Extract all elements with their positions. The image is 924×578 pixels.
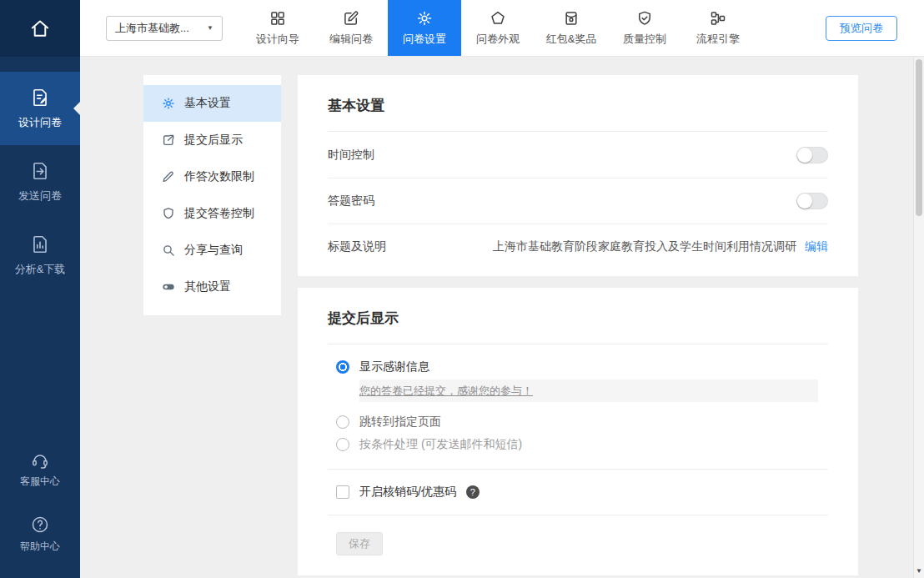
scrollbar-thumb[interactable]: [916, 59, 922, 216]
pentagon-icon: [490, 10, 506, 27]
radio-unselected-icon[interactable]: [336, 438, 349, 451]
settings-menu-label: 提交后显示: [184, 133, 243, 148]
sidebar-nav: 设计问卷 发送问卷 分析&下载: [0, 72, 80, 292]
time-control-row: 时间控制: [328, 132, 828, 178]
row-label: 答题密码: [328, 194, 374, 209]
survey-selector-value: 上海市基础教...: [115, 21, 189, 36]
sidebar-item-label: 分析&下载: [15, 262, 66, 277]
settings-menu-item-after-submit[interactable]: 提交后显示: [143, 122, 281, 158]
option-show-thanks[interactable]: 显示感谢信息: [336, 354, 828, 379]
edit-icon: [343, 10, 359, 27]
option-label: 按条件处理 (可发送邮件和短信): [359, 437, 522, 452]
settings-menu-item-share-query[interactable]: 分享与查询: [143, 232, 281, 269]
share-icon: [162, 133, 175, 147]
tab-redpacket-prizes[interactable]: 红包&奖品: [535, 0, 608, 56]
send-survey-icon: [29, 160, 51, 182]
sidebar-item-analyze-download[interactable]: 分析&下载: [0, 219, 80, 292]
radio-unselected-icon[interactable]: [336, 415, 349, 429]
analyze-download-icon: [29, 234, 51, 255]
settings-menu-item-basic[interactable]: 基本设置: [143, 85, 281, 122]
settings-menu-item-answer-limit[interactable]: 作答次数限制: [143, 158, 281, 195]
tab-survey-settings[interactable]: 问卷设置: [388, 0, 461, 56]
chevron-down-icon: ▼: [207, 24, 213, 32]
top-navigation: 设计向导 编辑问卷 问卷设置: [241, 0, 755, 56]
vertical-scrollbar[interactable]: ▼: [913, 58, 924, 578]
title-description-row: 标题及说明 上海市基础教育阶段家庭教育投入及学生时间利用情况调研 编辑: [328, 224, 828, 269]
basic-settings-card: 基本设置 时间控制 答题密码 标题及说明 上海市基础教育阶段家庭教育投入及学生时…: [298, 75, 858, 276]
tab-edit-survey[interactable]: 编辑问卷: [314, 0, 388, 56]
radio-selected-icon[interactable]: [336, 360, 349, 374]
tab-label: 流程引擎: [696, 32, 740, 47]
settings-menu-label: 作答次数限制: [184, 169, 254, 184]
survey-title-text: 上海市基础教育阶段家庭教育投入及学生时间利用情况调研: [493, 239, 796, 254]
sidebar-bottom: 客服中心 帮助中心: [0, 436, 80, 566]
option-label: 显示感谢信息: [359, 359, 429, 374]
content-area: 基本设置 提交后显示 作答次数限制: [80, 58, 913, 578]
preview-button[interactable]: 预览问卷: [826, 16, 897, 41]
home-button[interactable]: [0, 0, 80, 57]
row-label: 标题及说明: [328, 239, 386, 254]
save-button[interactable]: 保存: [336, 532, 383, 555]
option-label: 跳转到指定页面: [359, 415, 441, 430]
sidebar-item-label: 客服中心: [20, 475, 60, 489]
thanks-message-bar[interactable]: 您的答卷已经提交，感谢您的参与！: [359, 379, 818, 402]
save-area: 保存: [328, 515, 828, 575]
answer-password-toggle[interactable]: [796, 193, 828, 209]
flow-icon: [710, 10, 726, 27]
sidebar-item-send-survey[interactable]: 发送问卷: [0, 145, 80, 219]
tab-design-wizard[interactable]: 设计向导: [241, 0, 314, 56]
headset-icon: [30, 450, 50, 470]
search-icon: [162, 244, 175, 257]
settings-menu-label: 基本设置: [184, 96, 231, 111]
coupon-code-row: 开启核销码/优惠码 ?: [328, 469, 828, 515]
coupon-checkbox[interactable]: [336, 485, 349, 499]
after-submit-options: 显示感谢信息 您的答卷已经提交，感谢您的参与！ 跳转到指定页面 按条件处理 (可…: [328, 344, 828, 469]
shield-check-icon: [636, 10, 653, 27]
tab-survey-appearance[interactable]: 问卷外观: [461, 0, 535, 56]
home-icon: [29, 18, 51, 39]
edit-title-link[interactable]: 编辑: [805, 239, 828, 254]
survey-selector[interactable]: 上海市基础教... ▼: [106, 16, 223, 41]
coupon-checkbox-label: 开启核销码/优惠码: [359, 485, 456, 500]
topbar: 上海市基础教... ▼ 设计向导: [80, 0, 924, 57]
tab-label: 质量控制: [623, 32, 666, 47]
gear-icon: [416, 10, 433, 27]
thanks-message-text[interactable]: 您的答卷已经提交，感谢您的参与！: [359, 384, 533, 397]
tab-label: 编辑问卷: [329, 32, 373, 47]
answer-password-row: 答题密码: [328, 178, 828, 224]
section-title-basic: 基本设置: [328, 75, 828, 132]
question-circle-icon: [30, 515, 50, 535]
tab-quality-control[interactable]: 质量控制: [608, 0, 681, 56]
tab-label: 问卷设置: [403, 32, 446, 47]
tab-label: 设计向导: [256, 32, 299, 47]
gear-icon: [162, 97, 175, 110]
settings-menu-item-other[interactable]: 其他设置: [143, 269, 281, 305]
section-title-after-submit: 提交后显示: [328, 288, 828, 344]
red-packet-icon: [563, 10, 580, 27]
option-redirect-page[interactable]: 跳转到指定页面: [336, 410, 828, 433]
sidebar-item-design-survey[interactable]: 设计问卷: [0, 72, 80, 145]
settings-menu: 基本设置 提交后显示 作答次数限制: [143, 75, 281, 315]
settings-menu-label: 其他设置: [184, 279, 231, 294]
toggle-icon: [162, 280, 175, 294]
sidebar-item-label: 设计问卷: [18, 115, 62, 130]
time-control-toggle[interactable]: [796, 147, 828, 163]
toggle-knob: [797, 148, 812, 163]
help-badge-icon[interactable]: ?: [466, 485, 480, 499]
sidebar-item-customer-service[interactable]: 客服中心: [0, 436, 80, 501]
sidebar-item-help-center[interactable]: 帮助中心: [0, 501, 80, 566]
settings-menu-label: 提交答卷控制: [184, 206, 254, 221]
app-root: 设计问卷 发送问卷 分析&下载: [0, 0, 924, 578]
pencil-icon: [162, 170, 175, 183]
after-submit-card: 提交后显示 显示感谢信息 您的答卷已经提交，感谢您的参与！ 跳转到指定页面: [298, 288, 858, 575]
toggle-knob: [797, 194, 812, 209]
grid-icon: [269, 10, 286, 27]
shield-icon: [162, 207, 175, 220]
main-sidebar: 设计问卷 发送问卷 分析&下载: [0, 0, 80, 578]
tab-label: 问卷外观: [476, 32, 520, 47]
settings-menu-item-submit-control[interactable]: 提交答卷控制: [143, 195, 281, 232]
tab-flow-engine[interactable]: 流程引擎: [681, 0, 755, 56]
settings-menu-label: 分享与查询: [184, 243, 243, 258]
scroll-down-arrow-icon[interactable]: ▼: [914, 565, 924, 577]
option-conditional[interactable]: 按条件处理 (可发送邮件和短信): [336, 433, 828, 455]
